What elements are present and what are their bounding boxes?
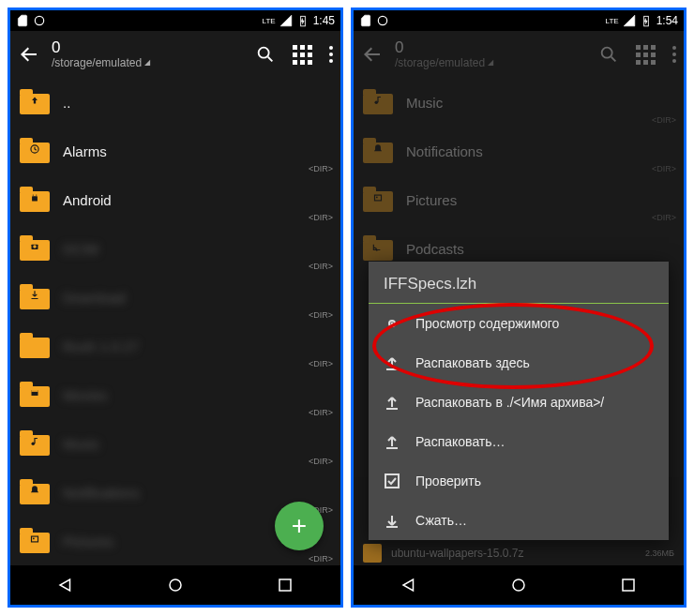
path-dropdown[interactable]: 0 /storage/emulated◢ (52, 39, 244, 69)
back-button[interactable] (18, 43, 40, 66)
nav-home-icon[interactable] (510, 577, 527, 593)
item-label: Notifications (406, 143, 483, 159)
menu-item-label: Проверить (415, 473, 481, 488)
folder-icon (363, 139, 393, 163)
circle-icon (33, 14, 46, 27)
sd-card-icon (359, 14, 372, 27)
phone-left: LTE 1:45 0 /storage/emulated◢ ..Alarms<D… (8, 8, 343, 608)
list-item[interactable]: .. (10, 78, 340, 127)
item-meta: <DIR> (309, 457, 333, 466)
menu-overflow-icon[interactable] (672, 46, 676, 63)
item-meta: <DIR> (309, 262, 333, 271)
item-meta: <DIR> (309, 213, 333, 222)
lte-label: LTE (263, 17, 276, 25)
list-item[interactable]: Rush 1.0.27<DIR> (10, 322, 340, 370)
menu-item-check[interactable]: Проверить (369, 461, 669, 501)
item-label: Music (63, 436, 99, 452)
svg-rect-10 (32, 390, 38, 392)
extract-to-icon (384, 394, 400, 411)
extract-here-icon (384, 354, 400, 371)
svg-point-2 (259, 48, 269, 58)
folder-icon (20, 285, 50, 309)
context-menu-title: IFFSpecs.lzh (369, 262, 669, 304)
nav-recent-icon[interactable] (620, 577, 637, 593)
item-label: Android (63, 192, 112, 208)
list-item[interactable]: Music<DIR> (10, 419, 340, 468)
item-label: DCIM (63, 241, 98, 257)
list-item[interactable]: Notifications<DIR> (354, 127, 684, 175)
folder-icon (20, 334, 50, 358)
menu-overflow-icon[interactable] (329, 46, 333, 63)
list-item[interactable]: Movies<DIR> (10, 370, 340, 419)
nav-back-icon[interactable] (57, 577, 74, 593)
folder-icon (20, 529, 50, 553)
item-meta: <DIR> (309, 359, 333, 368)
sd-card-icon (16, 14, 29, 27)
item-label: Download (63, 290, 126, 306)
item-meta: <DIR> (652, 115, 676, 125)
nav-back-icon[interactable] (400, 577, 417, 593)
menu-item-compress[interactable]: Сжать… (369, 501, 669, 540)
check-icon (384, 473, 400, 489)
view-grid-icon[interactable] (636, 45, 656, 65)
add-fab[interactable]: + (275, 502, 324, 550)
svg-point-21 (376, 197, 378, 199)
svg-rect-15 (279, 579, 291, 591)
menu-item-label: Распаковать здесь (415, 355, 530, 370)
nav-recent-icon[interactable] (277, 577, 294, 593)
file-size: 2.36МБ (645, 548, 674, 558)
list-item[interactable]: Download<DIR> (10, 273, 340, 322)
back-button[interactable] (361, 43, 384, 66)
clock-time: 1:54 (656, 14, 678, 27)
item-meta: <DIR> (309, 310, 333, 320)
file-name: ubuntu-wallpapers-15.0.7z (391, 547, 636, 560)
battery-icon (296, 14, 309, 27)
menu-item-label: Просмотр содержимого (415, 316, 559, 331)
menu-item-eye[interactable]: Просмотр содержимого (369, 304, 669, 343)
search-icon[interactable] (598, 44, 619, 65)
archive-icon (363, 544, 382, 563)
phone-right: LTE 1:54 0 /storage/emulated◢ Music<DIR>… (351, 8, 686, 608)
status-bar: LTE 1:45 (10, 10, 340, 31)
svg-point-0 (35, 16, 43, 24)
signal-icon (279, 14, 293, 27)
svg-rect-12 (32, 536, 38, 542)
battery-icon (640, 14, 653, 27)
view-grid-icon[interactable] (293, 45, 312, 65)
svg-point-5 (33, 195, 34, 196)
system-navbar (10, 565, 340, 605)
folder-icon (20, 90, 50, 114)
item-label: Music (406, 95, 443, 111)
file-list[interactable]: ..Alarms<DIR>Android<DIR>DCIM<DIR>Downlo… (10, 78, 340, 565)
folder-icon (363, 90, 393, 114)
item-meta: <DIR> (309, 164, 333, 173)
item-label: Notifications (63, 485, 140, 501)
item-label: Podcasts (406, 241, 464, 257)
folder-icon (363, 236, 393, 261)
menu-item-extract-here[interactable]: Распаковать здесь (369, 343, 669, 383)
menu-item-extract[interactable]: Распаковать… (369, 422, 669, 461)
item-meta: <DIR> (309, 408, 333, 417)
svg-rect-24 (385, 474, 399, 488)
list-item[interactable]: Music<DIR> (354, 78, 684, 127)
folder-icon (20, 236, 50, 261)
toolbar: 0 /storage/emulated◢ (354, 31, 684, 78)
nav-home-icon[interactable] (167, 577, 184, 593)
list-item[interactable]: DCIM<DIR> (10, 224, 340, 273)
item-label: Rush 1.0.27 (63, 338, 139, 354)
path-dropdown[interactable]: 0 /storage/emulated◢ (395, 39, 587, 69)
search-icon[interactable] (255, 44, 276, 65)
svg-point-16 (378, 16, 386, 24)
svg-point-14 (170, 579, 181, 591)
svg-rect-26 (623, 579, 634, 591)
menu-item-extract-to[interactable]: Распаковать в ./<Имя архива>/ (369, 383, 669, 422)
item-label: Pictures (406, 192, 457, 208)
circle-icon (376, 14, 389, 27)
svg-point-18 (602, 48, 612, 58)
context-menu: IFFSpecs.lzh Просмотр содержимогоРаспако… (369, 262, 669, 540)
list-item[interactable]: Pictures<DIR> (354, 175, 684, 224)
item-label: Alarms (63, 143, 107, 159)
item-meta: <DIR> (309, 554, 333, 563)
list-item[interactable]: Android<DIR> (10, 175, 340, 224)
list-item[interactable]: Alarms<DIR> (10, 127, 340, 175)
